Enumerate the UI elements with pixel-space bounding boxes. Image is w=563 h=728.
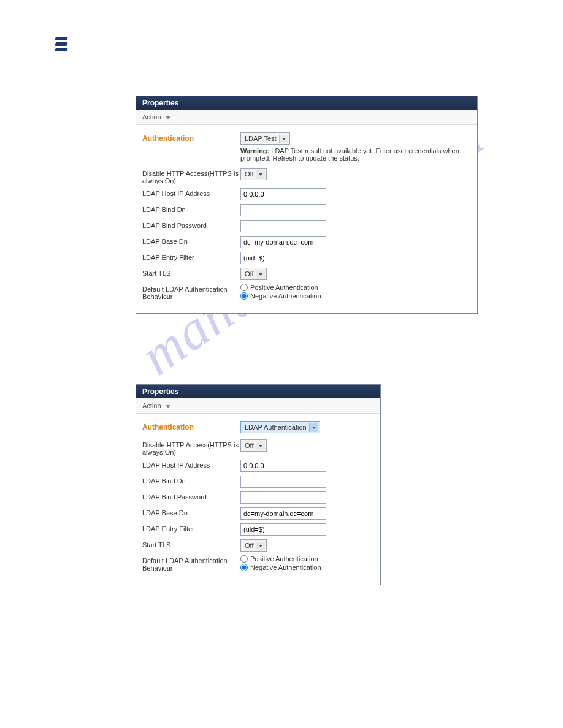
- ldap-bind-pw-label: LDAP Bind Password: [142, 220, 240, 229]
- action-label: Action: [142, 113, 161, 121]
- properties-panel-1: Properties Action Authentication LDAP Te…: [136, 96, 478, 314]
- brand-logo: [55, 37, 70, 55]
- disable-http-value: Off: [245, 442, 253, 449]
- action-menu[interactable]: Action: [136, 110, 477, 125]
- authentication-select[interactable]: LDAP Authentication: [240, 421, 320, 433]
- start-tls-value: Off: [245, 270, 253, 278]
- ldap-bind-dn-label: LDAP Bind Dn: [142, 476, 240, 485]
- ldap-filter-label: LDAP Entry Filter: [142, 523, 240, 533]
- properties-panel-2: Properties Action Authentication LDAP Au…: [136, 384, 381, 585]
- panel-title: Properties: [136, 385, 380, 398]
- authentication-section-label: Authentication: [142, 132, 240, 143]
- ldap-bind-pw-input[interactable]: [240, 220, 326, 232]
- ldap-base-dn-input[interactable]: [240, 507, 326, 520]
- dropdown-arrow-icon: [279, 135, 288, 143]
- ldap-base-dn-label: LDAP Base Dn: [142, 236, 240, 245]
- ldap-host-label: LDAP Host IP Address: [142, 460, 240, 469]
- start-tls-label: Start TLS: [142, 268, 240, 277]
- authentication-section-label: Authentication: [142, 421, 240, 431]
- ldap-filter-input[interactable]: [240, 252, 326, 264]
- ldap-bind-dn-input[interactable]: [240, 204, 326, 216]
- disable-http-select[interactable]: Off: [240, 439, 267, 452]
- panel-title: Properties: [136, 96, 477, 110]
- positive-auth-label: Positive Authentication: [250, 284, 318, 291]
- default-auth-label: Default LDAP Authentication Behaviour: [142, 555, 240, 572]
- disable-http-value: Off: [245, 170, 253, 178]
- start-tls-select[interactable]: Off: [240, 268, 267, 280]
- negative-auth-radio[interactable]: [240, 292, 248, 300]
- chevron-down-icon: [166, 116, 170, 119]
- ldap-base-dn-label: LDAP Base Dn: [142, 507, 240, 517]
- negative-auth-radio[interactable]: [240, 564, 248, 571]
- action-label: Action: [142, 402, 161, 409]
- dropdown-arrow-icon: [256, 170, 265, 179]
- start-tls-select[interactable]: Off: [240, 539, 267, 552]
- authentication-select[interactable]: LDAP Test: [240, 132, 290, 145]
- chevron-down-icon: [166, 405, 170, 408]
- disable-http-label: Disable HTTP Access(HTTPS is always On): [142, 168, 240, 184]
- dropdown-arrow-icon: [256, 442, 265, 450]
- positive-auth-label: Positive Authentication: [250, 555, 318, 563]
- disable-http-select[interactable]: Off: [240, 168, 267, 180]
- ldap-bind-dn-input[interactable]: [240, 476, 326, 488]
- dropdown-arrow-icon: [256, 270, 265, 279]
- ldap-bind-pw-input[interactable]: [240, 491, 326, 504]
- ldap-bind-dn-label: LDAP Bind Dn: [142, 204, 240, 213]
- warning-text: LDAP Test result not available yet. Ente…: [240, 147, 459, 162]
- ldap-host-label: LDAP Host IP Address: [142, 188, 240, 197]
- positive-auth-radio[interactable]: [240, 555, 248, 563]
- ldap-filter-label: LDAP Entry Filter: [142, 252, 240, 261]
- warning-prefix: Warning:: [240, 147, 269, 154]
- negative-auth-label: Negative Authentication: [250, 564, 321, 571]
- ldap-filter-input[interactable]: [240, 523, 326, 536]
- action-menu[interactable]: Action: [136, 398, 380, 414]
- auth-warning: Warning: LDAP Test result not available …: [240, 147, 471, 162]
- authentication-select-value: LDAP Authentication: [245, 423, 307, 431]
- dropdown-arrow-icon: [309, 423, 318, 432]
- authentication-select-value: LDAP Test: [245, 135, 277, 142]
- ldap-bind-pw-label: LDAP Bind Password: [142, 491, 240, 501]
- negative-auth-label: Negative Authentication: [250, 292, 321, 300]
- default-auth-label: Default LDAP Authentication Behaviour: [142, 284, 240, 300]
- disable-http-label: Disable HTTP Access(HTTPS is always On): [142, 439, 240, 456]
- ldap-host-input[interactable]: [240, 188, 326, 200]
- start-tls-label: Start TLS: [142, 539, 240, 548]
- dropdown-arrow-icon: [256, 542, 265, 550]
- positive-auth-radio[interactable]: [240, 284, 248, 291]
- ldap-host-input[interactable]: [240, 460, 326, 472]
- ldap-base-dn-input[interactable]: [240, 236, 326, 248]
- start-tls-value: Off: [245, 542, 253, 549]
